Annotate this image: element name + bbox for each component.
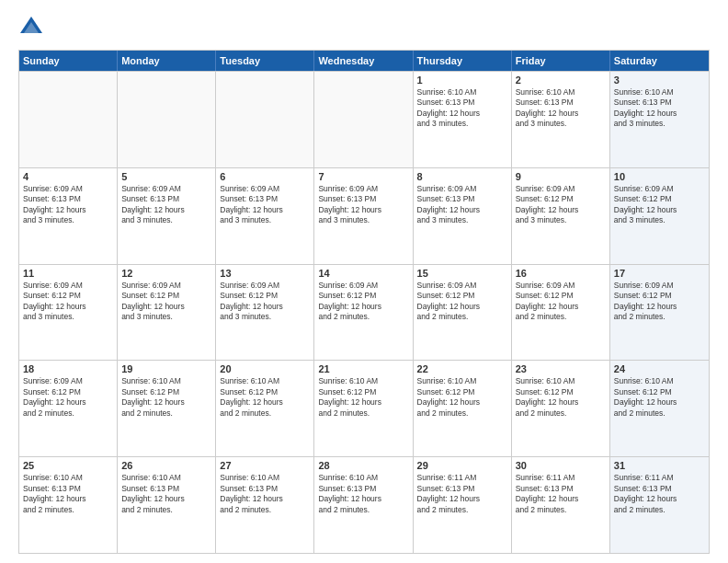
- header-day-thursday: Thursday: [414, 51, 512, 71]
- day-info: Sunrise: 6:09 AMSunset: 6:12 PMDaylight:…: [516, 184, 606, 226]
- calendar-cell-week5-day7: 31Sunrise: 6:11 AMSunset: 6:13 PMDayligh…: [610, 457, 709, 553]
- header-day-friday: Friday: [512, 51, 610, 71]
- calendar-body: 1Sunrise: 6:10 AMSunset: 6:13 PMDaylight…: [19, 71, 709, 553]
- day-info: Sunrise: 6:09 AMSunset: 6:12 PMDaylight:…: [23, 281, 113, 323]
- day-number: 8: [417, 171, 507, 182]
- day-number: 31: [614, 460, 705, 471]
- calendar-cell-week2-day2: 5Sunrise: 6:09 AMSunset: 6:13 PMDaylight…: [118, 168, 216, 264]
- day-info: Sunrise: 6:09 AMSunset: 6:12 PMDaylight:…: [318, 281, 408, 323]
- calendar-cell-week1-day3: [216, 72, 314, 167]
- calendar-cell-week2-day1: 4Sunrise: 6:09 AMSunset: 6:13 PMDaylight…: [19, 168, 118, 264]
- day-number: 24: [614, 363, 705, 374]
- day-number: 3: [614, 75, 705, 86]
- calendar-cell-week1-day1: [19, 72, 118, 167]
- calendar-cell-week4-day3: 20Sunrise: 6:10 AMSunset: 6:12 PMDayligh…: [216, 361, 314, 456]
- calendar-row-5: 25Sunrise: 6:10 AMSunset: 6:13 PMDayligh…: [19, 456, 709, 553]
- day-info: Sunrise: 6:09 AMSunset: 6:12 PMDaylight:…: [417, 281, 507, 323]
- calendar-cell-week3-day7: 17Sunrise: 6:09 AMSunset: 6:12 PMDayligh…: [610, 265, 709, 361]
- calendar-cell-week1-day6: 2Sunrise: 6:10 AMSunset: 6:13 PMDaylight…: [512, 72, 610, 167]
- calendar-row-4: 18Sunrise: 6:09 AMSunset: 6:12 PMDayligh…: [19, 360, 709, 456]
- calendar: SundayMondayTuesdayWednesdayThursdayFrid…: [18, 50, 710, 554]
- day-number: 27: [220, 460, 310, 471]
- day-info: Sunrise: 6:10 AMSunset: 6:13 PMDaylight:…: [516, 87, 606, 130]
- calendar-cell-week3-day3: 13Sunrise: 6:09 AMSunset: 6:12 PMDayligh…: [216, 265, 314, 361]
- day-number: 12: [121, 268, 211, 279]
- day-info: Sunrise: 6:09 AMSunset: 6:13 PMDaylight:…: [318, 184, 408, 226]
- calendar-cell-week2-day6: 9Sunrise: 6:09 AMSunset: 6:12 PMDaylight…: [512, 168, 610, 264]
- day-info: Sunrise: 6:11 AMSunset: 6:13 PMDaylight:…: [516, 473, 606, 515]
- calendar-cell-week3-day5: 15Sunrise: 6:09 AMSunset: 6:12 PMDayligh…: [414, 265, 512, 361]
- calendar-cell-week5-day5: 29Sunrise: 6:11 AMSunset: 6:13 PMDayligh…: [414, 457, 512, 553]
- calendar-cell-week4-day6: 23Sunrise: 6:10 AMSunset: 6:12 PMDayligh…: [512, 361, 610, 456]
- calendar-cell-week5-day2: 26Sunrise: 6:10 AMSunset: 6:13 PMDayligh…: [118, 457, 216, 553]
- day-number: 5: [121, 171, 211, 182]
- day-number: 25: [23, 460, 113, 471]
- day-number: 13: [220, 268, 310, 279]
- calendar-cell-week5-day3: 27Sunrise: 6:10 AMSunset: 6:13 PMDayligh…: [216, 457, 314, 553]
- day-number: 17: [614, 268, 705, 279]
- calendar-cell-week2-day3: 6Sunrise: 6:09 AMSunset: 6:13 PMDaylight…: [216, 168, 314, 264]
- day-number: 9: [516, 171, 606, 182]
- day-number: 16: [516, 268, 606, 279]
- calendar-cell-week4-day1: 18Sunrise: 6:09 AMSunset: 6:12 PMDayligh…: [19, 361, 118, 456]
- day-number: 29: [417, 460, 507, 471]
- day-info: Sunrise: 6:10 AMSunset: 6:13 PMDaylight:…: [23, 473, 113, 515]
- day-info: Sunrise: 6:09 AMSunset: 6:13 PMDaylight:…: [220, 184, 310, 226]
- calendar-cell-week4-day4: 21Sunrise: 6:10 AMSunset: 6:12 PMDayligh…: [314, 361, 413, 456]
- header-day-tuesday: Tuesday: [216, 51, 314, 71]
- header-day-sunday: Sunday: [19, 51, 118, 71]
- calendar-cell-week2-day5: 8Sunrise: 6:09 AMSunset: 6:13 PMDaylight…: [414, 168, 512, 264]
- logo: [18, 15, 48, 40]
- calendar-cell-week5-day4: 28Sunrise: 6:10 AMSunset: 6:13 PMDayligh…: [314, 457, 413, 553]
- header-day-saturday: Saturday: [610, 51, 709, 71]
- calendar-cell-week3-day4: 14Sunrise: 6:09 AMSunset: 6:12 PMDayligh…: [314, 265, 413, 361]
- calendar-cell-week4-day5: 22Sunrise: 6:10 AMSunset: 6:12 PMDayligh…: [414, 361, 512, 456]
- header-day-monday: Monday: [118, 51, 216, 71]
- day-number: 28: [318, 460, 408, 471]
- day-number: 20: [220, 363, 310, 374]
- day-info: Sunrise: 6:09 AMSunset: 6:12 PMDaylight:…: [614, 184, 705, 226]
- day-info: Sunrise: 6:10 AMSunset: 6:12 PMDaylight:…: [121, 376, 211, 419]
- day-info: Sunrise: 6:10 AMSunset: 6:13 PMDaylight:…: [614, 87, 705, 130]
- day-info: Sunrise: 6:10 AMSunset: 6:13 PMDaylight:…: [417, 87, 507, 130]
- day-info: Sunrise: 6:10 AMSunset: 6:12 PMDaylight:…: [220, 376, 310, 419]
- calendar-cell-week2-day7: 10Sunrise: 6:09 AMSunset: 6:12 PMDayligh…: [610, 168, 709, 264]
- calendar-cell-week3-day2: 12Sunrise: 6:09 AMSunset: 6:12 PMDayligh…: [118, 265, 216, 361]
- day-number: 26: [121, 460, 211, 471]
- calendar-cell-week3-day6: 16Sunrise: 6:09 AMSunset: 6:12 PMDayligh…: [512, 265, 610, 361]
- day-number: 23: [516, 363, 606, 374]
- header-day-wednesday: Wednesday: [314, 51, 413, 71]
- calendar-row-1: 1Sunrise: 6:10 AMSunset: 6:13 PMDaylight…: [19, 71, 709, 167]
- day-number: 15: [417, 268, 507, 279]
- day-info: Sunrise: 6:10 AMSunset: 6:12 PMDaylight:…: [318, 376, 408, 419]
- day-info: Sunrise: 6:09 AMSunset: 6:12 PMDaylight:…: [121, 281, 211, 323]
- day-number: 18: [23, 363, 113, 374]
- calendar-row-3: 11Sunrise: 6:09 AMSunset: 6:12 PMDayligh…: [19, 264, 709, 361]
- day-number: 7: [318, 171, 408, 182]
- day-info: Sunrise: 6:10 AMSunset: 6:12 PMDaylight:…: [516, 376, 606, 419]
- day-number: 14: [318, 268, 408, 279]
- day-info: Sunrise: 6:09 AMSunset: 6:12 PMDaylight:…: [23, 376, 113, 419]
- calendar-cell-week1-day7: 3Sunrise: 6:10 AMSunset: 6:13 PMDaylight…: [610, 72, 709, 167]
- day-info: Sunrise: 6:09 AMSunset: 6:12 PMDaylight:…: [614, 281, 705, 323]
- day-number: 1: [417, 75, 507, 86]
- day-number: 11: [23, 268, 113, 279]
- calendar-cell-week1-day4: [314, 72, 413, 167]
- day-number: 19: [121, 363, 211, 374]
- day-number: 10: [614, 171, 705, 182]
- day-info: Sunrise: 6:11 AMSunset: 6:13 PMDaylight:…: [614, 473, 705, 515]
- calendar-cell-week4-day2: 19Sunrise: 6:10 AMSunset: 6:12 PMDayligh…: [118, 361, 216, 456]
- logo-icon: [18, 15, 44, 40]
- day-number: 21: [318, 363, 408, 374]
- calendar-cell-week5-day6: 30Sunrise: 6:11 AMSunset: 6:13 PMDayligh…: [512, 457, 610, 553]
- day-info: Sunrise: 6:09 AMSunset: 6:13 PMDaylight:…: [417, 184, 507, 226]
- day-info: Sunrise: 6:10 AMSunset: 6:12 PMDaylight:…: [417, 376, 507, 419]
- calendar-cell-week5-day1: 25Sunrise: 6:10 AMSunset: 6:13 PMDayligh…: [19, 457, 118, 553]
- day-info: Sunrise: 6:09 AMSunset: 6:12 PMDaylight:…: [220, 281, 310, 323]
- day-number: 4: [23, 171, 113, 182]
- day-number: 6: [220, 171, 310, 182]
- day-info: Sunrise: 6:10 AMSunset: 6:13 PMDaylight:…: [121, 473, 211, 515]
- calendar-header-row: SundayMondayTuesdayWednesdayThursdayFrid…: [19, 51, 709, 71]
- day-number: 30: [516, 460, 606, 471]
- day-info: Sunrise: 6:10 AMSunset: 6:13 PMDaylight:…: [318, 473, 408, 515]
